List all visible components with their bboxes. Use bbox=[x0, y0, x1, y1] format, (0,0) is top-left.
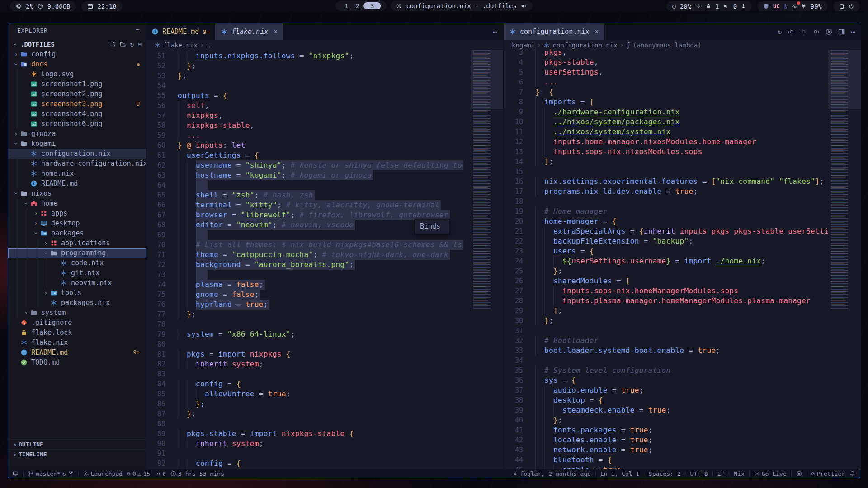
sync-icon[interactable]: ↻ bbox=[62, 470, 66, 477]
next-change-button[interactable] bbox=[813, 28, 820, 35]
timeline-refresh-button[interactable]: ↻ bbox=[778, 28, 782, 36]
wifi-icon bbox=[695, 3, 702, 9]
tree-item-flake.nix[interactable]: flake.nix bbox=[8, 338, 146, 347]
timeline-section[interactable]: › TIMELINE bbox=[8, 449, 146, 459]
close-icon[interactable]: × bbox=[595, 28, 599, 36]
previous-change-button[interactable] bbox=[788, 28, 794, 35]
ports-indicator[interactable]: 0 bbox=[155, 470, 166, 477]
tree-item-ginoza[interactable]: ›ginoza bbox=[8, 129, 146, 139]
tree-item-home[interactable]: ›home bbox=[8, 198, 146, 208]
feedback-smiley-button[interactable] bbox=[796, 471, 802, 477]
workspace-1[interactable]: 1 bbox=[341, 2, 351, 9]
collapse-folders-button[interactable]: ⊟ bbox=[138, 41, 142, 48]
tree-item-packages[interactable]: ›packages bbox=[8, 228, 146, 238]
tree-item-configuration.nix[interactable]: configuration.nix bbox=[8, 149, 146, 159]
explorer-more-actions-button[interactable]: ⋯ bbox=[136, 25, 140, 33]
new-file-button[interactable] bbox=[109, 41, 116, 47]
notification-app-icon: ∿ bbox=[792, 3, 797, 10]
tree-item-label: README.md bbox=[41, 179, 78, 188]
quick-settings-pill[interactable]: ○ 20% 1 0 bbox=[666, 1, 752, 11]
problems-indicator[interactable]: ⊗ 0 ⚠ 15 bbox=[127, 470, 150, 477]
outline-section[interactable]: › OUTLINE bbox=[8, 439, 146, 449]
tree-item-TODO.md[interactable]: TODO.md bbox=[8, 357, 146, 367]
breadcrumb[interactable]: flake.nix › … bbox=[146, 40, 503, 50]
code-editor-flake[interactable]: 51inputs.nixpkgs.follows = "nixpkgs";52}… bbox=[146, 50, 471, 469]
new-folder-button[interactable] bbox=[120, 41, 126, 47]
system-monitor-pill[interactable]: 2% 9.66GB bbox=[10, 1, 76, 11]
prettier-indicator[interactable]: ⊘ Prettier bbox=[811, 470, 845, 477]
refresh-explorer-button[interactable]: ↻ bbox=[130, 41, 134, 48]
tree-item-tools[interactable]: ›tools bbox=[8, 288, 146, 298]
minimap[interactable] bbox=[471, 50, 503, 469]
eol-setting[interactable]: LF bbox=[717, 470, 725, 477]
tree-item-screenshot4.png[interactable]: screenshot4.png bbox=[8, 109, 146, 119]
tree-item-hardware-configuration.nix[interactable]: hardware-configuration.nix bbox=[8, 159, 146, 169]
tree-item-neovim.nix[interactable]: neovim.nix bbox=[8, 278, 146, 288]
tree-item-applications[interactable]: ›applications bbox=[8, 238, 146, 248]
tree-item-screenshot2.png[interactable]: screenshot2.png bbox=[8, 89, 146, 99]
line-number: 21 bbox=[504, 226, 535, 236]
window-title-pill[interactable]: configuration.nix - .dotfiles bbox=[390, 1, 532, 11]
clock-pill[interactable]: 22:18 bbox=[81, 1, 122, 11]
tree-item-nixos[interactable]: ›nixos bbox=[8, 188, 146, 198]
tree-item-system[interactable]: ›system bbox=[8, 308, 146, 318]
git-branch-indicator[interactable]: master* ↻ bbox=[28, 470, 74, 477]
tree-item-git.nix[interactable]: git.nix bbox=[8, 268, 146, 278]
tree-item-screenshot6.png[interactable]: screenshot6.png bbox=[8, 119, 146, 129]
remote-indicator[interactable] bbox=[13, 471, 19, 477]
tree-item-screenshot3.png[interactable]: screenshot3.pngU bbox=[8, 99, 146, 109]
more-tabs-button[interactable]: ⋯ bbox=[486, 28, 503, 36]
tree-item-docs[interactable]: ›docs● bbox=[8, 59, 146, 69]
session-pill[interactable] bbox=[833, 1, 860, 11]
launchpad-button[interactable]: Launchpad bbox=[83, 470, 123, 477]
change-indicator-icon[interactable] bbox=[800, 28, 807, 35]
code-line-63: 63hostname = "kogami"; # kogami or ginoz… bbox=[146, 170, 471, 180]
git-compare-icon[interactable] bbox=[68, 471, 74, 477]
tree-item-desktop[interactable]: ›desktop bbox=[8, 218, 146, 228]
tree-item-flake.lock[interactable]: flake.lock bbox=[8, 328, 146, 338]
chevron-right-icon: › bbox=[23, 309, 29, 316]
tree-item-logo.svg[interactable]: logo.svg bbox=[8, 69, 146, 79]
tree-item-programming[interactable]: ›programming bbox=[8, 248, 146, 258]
tree-item-code.nix[interactable]: code.nix bbox=[8, 258, 146, 268]
lock-icon bbox=[706, 3, 711, 9]
tree-indent-guide bbox=[17, 149, 17, 188]
workspace-2[interactable]: 2 bbox=[353, 2, 363, 9]
language-mode[interactable]: Nix bbox=[734, 470, 744, 477]
indentation-setting[interactable]: Spaces: 2 bbox=[649, 470, 680, 477]
systray-pill[interactable]: UC ᛒ ∿ 99% bbox=[757, 1, 828, 11]
cursor-position[interactable]: Ln 1, Col 1 bbox=[600, 470, 639, 477]
notifications-button[interactable] bbox=[849, 471, 855, 477]
code-editor-configuration[interactable]: 3pkgs,4pkgs-stable,5userSettings,6...7}:… bbox=[504, 47, 828, 469]
go-live-button[interactable]: Go Live bbox=[754, 470, 787, 477]
tree-item-apps[interactable]: ›apps bbox=[8, 208, 146, 218]
line-number: 8 bbox=[504, 97, 535, 107]
tab-flake-nix[interactable]: flake.nix × bbox=[215, 23, 283, 40]
close-icon[interactable]: × bbox=[274, 28, 278, 36]
code-line-83: 83 bbox=[146, 369, 471, 379]
tree-item-home.nix[interactable]: home.nix bbox=[8, 169, 146, 178]
time-tracker[interactable]: 3 hrs 53 mins bbox=[170, 470, 224, 477]
run-file-button[interactable] bbox=[826, 28, 832, 35]
tree-item-kogami[interactable]: ›kogami bbox=[8, 139, 146, 149]
code-line-52: 52}; bbox=[146, 61, 471, 71]
tab-readme[interactable]: README.md 9+ bbox=[146, 23, 215, 40]
tree-item-.gitignore[interactable]: .gitignore bbox=[8, 318, 146, 328]
editor-group-left: README.md 9+ flake.nix × ⋯ flake.nix › …… bbox=[146, 23, 503, 469]
tree-item-README.md[interactable]: README.md9+ bbox=[8, 347, 146, 357]
chevron-right-icon: › bbox=[13, 51, 19, 58]
encoding-setting[interactable]: UTF-8 bbox=[690, 470, 708, 477]
more-actions-button[interactable]: ⋯ bbox=[851, 28, 855, 36]
tab-configuration-nix[interactable]: configuration.nix × bbox=[504, 23, 604, 40]
split-editor-button[interactable] bbox=[838, 28, 845, 35]
tree-item-screenshot1.png[interactable]: screenshot1.png bbox=[8, 79, 146, 89]
git-blame-info[interactable]: foglar, 2 months ago bbox=[512, 470, 591, 477]
workspace-3[interactable]: 3 bbox=[363, 2, 381, 9]
minimap[interactable] bbox=[828, 50, 861, 469]
tree-item-README.md[interactable]: README.md bbox=[8, 178, 146, 188]
tree-item-packages.nix[interactable]: packages.nix bbox=[8, 298, 146, 308]
line-number: 56 bbox=[146, 101, 178, 111]
tree-item-config[interactable]: ›config bbox=[8, 49, 146, 59]
tree-item-label: kogami bbox=[31, 140, 56, 148]
tree-item-label: packages.nix bbox=[61, 299, 110, 307]
